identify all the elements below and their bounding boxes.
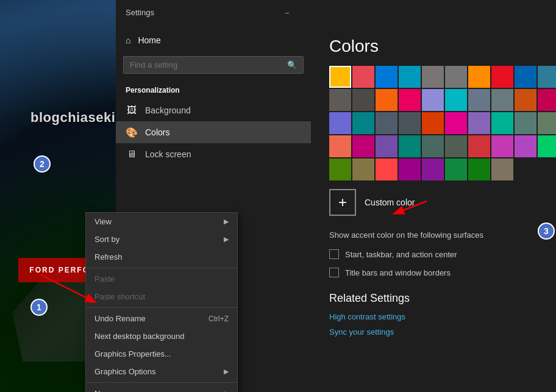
color-swatch-27[interactable]: [491, 112, 513, 134]
start-taskbar-checkbox[interactable]: [329, 249, 339, 259]
color-swatch-22[interactable]: [376, 112, 397, 134]
custom-color-button[interactable]: +: [329, 189, 356, 216]
ctx-new[interactable]: New ▶: [86, 385, 237, 392]
color-swatch-18[interactable]: [515, 89, 536, 111]
minimize-button[interactable]: –: [273, 3, 301, 21]
colors-title: Colors: [329, 37, 538, 56]
ctx-undo-rename-label: Undo Rename: [94, 314, 146, 323]
color-swatch-31[interactable]: [352, 135, 374, 157]
color-swatch-24[interactable]: [422, 112, 444, 134]
color-swatch-0[interactable]: [329, 66, 351, 88]
ctx-paste-label: Paste: [94, 274, 115, 283]
sync-settings-link[interactable]: Sync your settings: [329, 327, 538, 337]
settings-nav: ⌂ Home 🔍 Personalization 🖼 Background 🎨 …: [116, 24, 311, 170]
color-swatch-40[interactable]: [329, 159, 351, 180]
color-swatch-2[interactable]: [376, 66, 397, 88]
colors-panel: Colors + Custom color Show accent color …: [311, 0, 556, 392]
color-swatch-25[interactable]: [445, 112, 467, 134]
color-swatch-44[interactable]: [422, 159, 444, 180]
color-swatch-46[interactable]: [468, 159, 490, 180]
accent-subtitle: Show accent color on the following surfa…: [329, 230, 538, 240]
color-swatch-3[interactable]: [399, 66, 421, 88]
color-swatch-5[interactable]: [445, 66, 467, 88]
color-swatch-33[interactable]: [399, 135, 421, 157]
badge-1: 1: [30, 299, 48, 316]
window-controls: –: [273, 3, 301, 21]
color-swatch-37[interactable]: [491, 135, 513, 157]
search-input[interactable]: [130, 60, 282, 69]
color-swatch-10[interactable]: [329, 89, 351, 111]
color-swatch-26[interactable]: [468, 112, 490, 134]
ctx-graphics-options-label: Graphics Options: [94, 367, 155, 376]
color-swatch-20[interactable]: [329, 112, 351, 134]
ctx-refresh-label: Refresh: [94, 252, 123, 262]
home-nav-item[interactable]: ⌂ Home: [116, 29, 311, 51]
title-bars-checkbox[interactable]: [329, 268, 339, 277]
color-swatch-15[interactable]: [445, 89, 467, 111]
color-swatch-11[interactable]: [352, 89, 374, 111]
start-taskbar-label: Start, taskbar, and action center: [345, 250, 457, 259]
color-swatch-38[interactable]: [515, 135, 536, 157]
color-swatch-6[interactable]: [468, 66, 490, 88]
nav-background[interactable]: 🖼 Background: [116, 99, 311, 121]
ctx-sort-by[interactable]: Sort by ▶: [86, 230, 237, 248]
ctx-paste: Paste: [86, 270, 237, 288]
color-swatch-4[interactable]: [422, 66, 444, 88]
color-swatch-32[interactable]: [376, 135, 397, 157]
ctx-sep-2: [86, 307, 237, 308]
background-icon: 🖼: [126, 105, 138, 115]
color-swatch-28[interactable]: [515, 112, 536, 134]
color-swatch-13[interactable]: [399, 89, 421, 111]
color-swatch-8[interactable]: [515, 66, 536, 88]
title-bar: Settings –: [116, 0, 311, 24]
color-swatch-34[interactable]: [422, 135, 444, 157]
color-swatch-17[interactable]: [491, 89, 513, 111]
color-swatch-36[interactable]: [468, 135, 490, 157]
ctx-graphics-properties[interactable]: Graphics Properties...: [86, 345, 237, 363]
nav-lock-screen[interactable]: 🖥 Lock screen: [116, 143, 311, 165]
ctx-new-arrow: ▶: [224, 390, 229, 392]
color-swatch-9[interactable]: [538, 66, 556, 88]
color-swatch-7[interactable]: [491, 66, 513, 88]
ctx-refresh[interactable]: Refresh: [86, 248, 237, 266]
nav-colors[interactable]: 🎨 Colors: [116, 121, 311, 143]
color-swatch-19[interactable]: [538, 89, 556, 111]
color-swatch-14[interactable]: [422, 89, 444, 111]
ctx-undo-rename[interactable]: Undo Rename Ctrl+Z: [86, 310, 237, 327]
color-swatch-42[interactable]: [376, 159, 397, 180]
color-swatch-1[interactable]: [352, 66, 374, 88]
color-swatch-35[interactable]: [445, 135, 467, 157]
ctx-view[interactable]: View ▶: [86, 213, 237, 230]
color-swatch-43[interactable]: [399, 159, 421, 180]
color-swatch-16[interactable]: [468, 89, 490, 111]
ctx-graphics-properties-label: Graphics Properties...: [94, 349, 171, 358]
search-box[interactable]: 🔍: [123, 56, 304, 74]
badge-2: 2: [34, 155, 51, 173]
title-bars-label: Title bars and window borders: [345, 268, 451, 277]
ctx-paste-shortcut-label: Paste shortcut: [94, 292, 145, 301]
ctx-next-desktop-bg[interactable]: Next desktop background: [86, 327, 237, 345]
ctx-sort-by-label: Sort by: [94, 235, 119, 244]
ctx-sort-by-arrow: ▶: [224, 235, 229, 243]
ctx-undo-rename-shortcut: Ctrl+Z: [208, 315, 229, 323]
color-swatch-47[interactable]: [491, 159, 513, 180]
color-swatch-39[interactable]: [538, 135, 556, 157]
lock-screen-icon: 🖥: [126, 149, 138, 159]
ctx-paste-shortcut: Paste shortcut: [86, 288, 237, 305]
custom-color-row: + Custom color: [329, 189, 538, 216]
color-swatch-29[interactable]: [538, 112, 556, 134]
color-swatch-45[interactable]: [445, 159, 467, 180]
color-swatch-21[interactable]: [352, 112, 374, 134]
color-swatch-12[interactable]: [376, 89, 397, 111]
checkbox-row-1: Start, taskbar, and action center: [329, 249, 538, 259]
ctx-graphics-options[interactable]: Graphics Options ▶: [86, 363, 237, 380]
ctx-graphics-options-arrow: ▶: [224, 368, 229, 376]
nav-colors-label: Colors: [145, 127, 169, 137]
high-contrast-link[interactable]: High contrast settings: [329, 312, 538, 321]
color-swatch-41[interactable]: [352, 159, 374, 180]
color-swatch-30[interactable]: [329, 135, 351, 157]
badge-3: 3: [538, 223, 555, 240]
color-swatch-23[interactable]: [399, 112, 421, 134]
arrow-annotation-2: [360, 195, 433, 226]
accent-section: Show accent color on the following surfa…: [329, 230, 538, 277]
